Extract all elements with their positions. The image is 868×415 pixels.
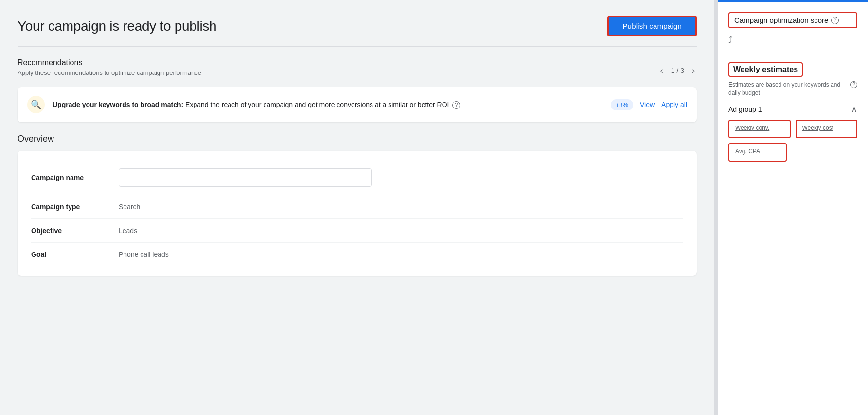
weekly-stats-grid: Weekly conv. Weekly cost xyxy=(728,120,857,138)
overview-key-goal: Goal xyxy=(31,251,119,258)
ad-group-label: Ad group 1 xyxy=(728,106,762,113)
recommendations-header: Recommendations Apply these recommendati… xyxy=(18,58,697,82)
header-divider xyxy=(18,46,697,47)
rec-search-icon: 🔍 xyxy=(27,96,45,113)
rec-pagination: ‹ 1 / 3 › xyxy=(658,65,697,76)
recommendation-card: 🔍 Upgrade your keywords to broad match: … xyxy=(18,87,697,122)
collapse-ad-group-button[interactable]: ∧ xyxy=(851,105,857,114)
sidebar-inner: Campaign optimization score ? ⤴ Weekly e… xyxy=(718,2,868,171)
rec-text: Upgrade your keywords to broad match: Ex… xyxy=(53,100,603,110)
optimization-score-section: Campaign optimization score ? ⤴ xyxy=(728,12,857,45)
overview-row-goal: Goal Phone call leads xyxy=(31,243,683,266)
avg-cpa-box: Avg. CPA xyxy=(728,143,787,162)
rec-apply-all-button[interactable]: Apply all xyxy=(661,101,687,108)
overview-value-objective: Leads xyxy=(119,227,683,235)
weekly-estimates-section: Weekly estimates Estimates are based on … xyxy=(728,62,857,162)
weekly-cost-box: Weekly cost xyxy=(796,120,858,138)
rec-info-icon[interactable]: ? xyxy=(452,101,460,109)
main-content: Your campaign is ready to publish Publis… xyxy=(0,0,714,415)
recommendations-sub: Apply these recommendations to optimize … xyxy=(18,69,201,76)
rec-actions: +8% View Apply all xyxy=(611,99,687,110)
optimization-score-info-icon[interactable]: ? xyxy=(831,17,839,24)
recommendations-label: Recommendations xyxy=(18,58,201,67)
overview-card: Campaign name Campaign type Search Objec… xyxy=(18,151,697,276)
recommendations-section: Recommendations Apply these recommendati… xyxy=(18,58,697,122)
rec-badge: +8% xyxy=(611,99,633,110)
weekly-estimates-title: Weekly estimates xyxy=(728,62,803,77)
overview-value-goal: Phone call leads xyxy=(119,251,683,258)
weekly-estimates-subtitle-text: Estimates are based on your keywords and… xyxy=(728,81,849,97)
rec-header-left: Recommendations Apply these recommendati… xyxy=(18,58,201,82)
avg-cpa-label[interactable]: Avg. CPA xyxy=(735,148,780,155)
weekly-estimates-info-icon[interactable]: ? xyxy=(850,81,857,88)
overview-key-objective: Objective xyxy=(31,227,119,235)
publish-campaign-button[interactable]: Publish campaign xyxy=(607,16,697,36)
optimization-score-header: Campaign optimization score ? xyxy=(728,12,857,28)
overview-row-campaign-type: Campaign type Search xyxy=(31,195,683,219)
weekly-conv-label[interactable]: Weekly conv. xyxy=(735,125,784,131)
overview-section: Overview Campaign name Campaign type Sea… xyxy=(18,134,697,276)
rec-view-button[interactable]: View xyxy=(640,101,655,108)
rec-title-bold: Upgrade your keywords to broad match: xyxy=(53,101,183,108)
page-indicator: 1 / 3 xyxy=(671,67,684,74)
optimization-score-label: Campaign optimization score xyxy=(734,16,828,24)
weekly-cost-label[interactable]: Weekly cost xyxy=(802,125,851,131)
rec-title-rest: Expand the reach of your campaign and ge… xyxy=(185,101,449,108)
prev-recommendation-button[interactable]: ‹ xyxy=(658,65,665,76)
weekly-estimates-subtitle: Estimates are based on your keywords and… xyxy=(728,81,857,97)
overview-row-objective: Objective Leads xyxy=(31,219,683,243)
overview-value-campaign-type: Search xyxy=(119,203,683,211)
sidebar-divider-1 xyxy=(728,55,857,55)
page-title: Your campaign is ready to publish xyxy=(18,18,216,34)
page-header: Your campaign is ready to publish Publis… xyxy=(18,16,697,36)
sidebar: Campaign optimization score ? ⤴ Weekly e… xyxy=(717,0,868,415)
overview-row-campaign-name: Campaign name xyxy=(31,161,683,195)
campaign-name-field-wrapper xyxy=(119,168,683,187)
overview-title: Overview xyxy=(18,134,697,144)
trend-icon: ⤴ xyxy=(728,35,857,45)
ad-group-header: Ad group 1 ∧ xyxy=(728,105,857,114)
weekly-conv-box: Weekly conv. xyxy=(728,120,791,138)
campaign-name-input[interactable] xyxy=(119,168,372,187)
next-recommendation-button[interactable]: › xyxy=(690,65,697,76)
overview-key-campaign-type: Campaign type xyxy=(31,203,119,211)
overview-key-campaign-name: Campaign name xyxy=(31,174,119,181)
